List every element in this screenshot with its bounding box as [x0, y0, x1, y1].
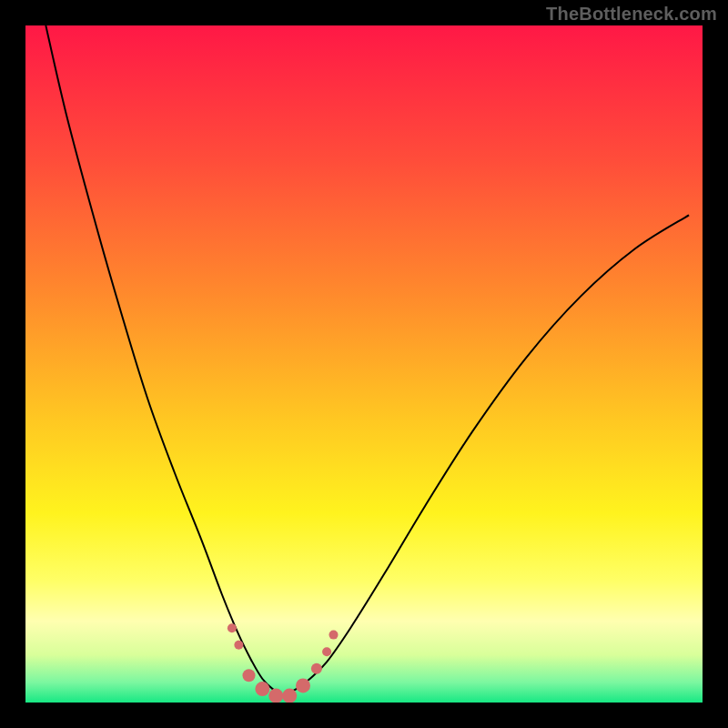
chart-frame: TheBottleneck.com: [0, 0, 728, 728]
data-marker: [255, 682, 269, 696]
data-marker: [268, 689, 283, 703]
chart-plot-area: [25, 25, 703, 703]
data-marker: [311, 663, 322, 674]
watermark-text: TheBottleneck.com: [546, 4, 717, 25]
data-marker: [322, 647, 331, 656]
data-marker: [329, 631, 339, 640]
chart-background-gradient: [25, 25, 703, 703]
data-marker: [228, 623, 237, 632]
data-marker: [296, 678, 310, 693]
data-marker: [282, 689, 297, 703]
chart-svg: [25, 25, 703, 703]
data-marker: [243, 669, 256, 682]
data-marker: [234, 641, 243, 650]
